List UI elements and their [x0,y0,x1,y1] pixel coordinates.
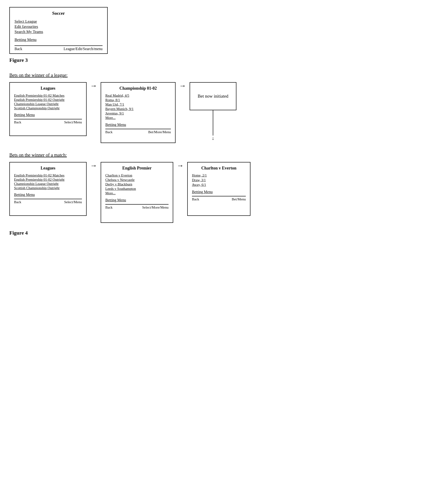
leagues-box1-title: Leagues [14,86,82,91]
juventus-link[interactable]: Juventus, 9/1 [105,111,171,115]
figure3-back[interactable]: Back [15,47,22,51]
championship-box: Championship 01-02 Real Madrid, 4/5 Roma… [101,82,175,143]
leagues-box1-divider [14,119,82,119]
leagues-box1-items: English Premiership 01-02 Matches Englis… [14,94,82,110]
english-box-footer-right: Select/More/Menu [142,205,169,209]
ep-matches-link1[interactable]: English Premiership 01-02 Matches [14,94,82,98]
section1-heading: Bets on the winner of a league: [9,73,432,78]
figure3-footer: Back League/Edit/Search/menu [15,47,103,51]
bayern-link[interactable]: Bayern Munich, 9/1 [105,107,171,111]
english-box-title: English Premier [105,166,169,171]
figure3-label: Figure 3 [9,57,28,63]
english-box-divider [105,204,169,205]
figure3-divider [15,46,103,46]
charlton-box-back[interactable]: Back [192,197,199,201]
figure3-menu: Select League Edit favourites Search My … [15,19,103,34]
charlton-everton-link[interactable]: Charlton v Everton [105,173,169,177]
vertical-down-arrow: ↓ [212,110,214,141]
ep-outright-link2[interactable]: English Premiership 01-02 Outright [14,178,82,182]
figure4-label: Figure 4 [9,230,432,236]
leagues-box2-title: Leagues [14,166,82,171]
leagues-box-1: Leagues English Premiership 01-02 Matche… [9,82,87,136]
bet-now-box: Bet now initiated [189,82,236,110]
champ-box-footer-right: Bet/More/Menu [148,130,171,134]
arrow-3: → [87,162,101,169]
charlton-box-footer: Back Bet/Menu [192,197,246,201]
charlton-box-betting-menu[interactable]: Betting Menu [192,190,246,194]
man-utd-link[interactable]: Man Utd, 7/1 [105,103,171,107]
charlton-box-divider [192,196,246,196]
cl-outright-link2[interactable]: Championship League Outright [14,182,82,186]
figure3-footer-right: League/Edit/Search/menu [64,47,103,51]
ep-matches-link2[interactable]: English Premiership 01-02 Matches [14,173,82,177]
select-league-link[interactable]: Select League [15,19,103,24]
sc-outright-link1[interactable]: Scottish Championship Outright [14,106,82,110]
charlton-box: Charlton v Everton Home, 2/1 Draw, 3/1 A… [187,162,251,216]
sc-outright-link2[interactable]: Scottish Championship Outright [14,186,82,190]
derby-blackburn-link[interactable]: Derby v Blackburn [105,182,169,186]
bet-now-and-arrow: Bet now initiated ↓ [189,82,236,141]
leagues-box1-betting-menu[interactable]: Betting Menu [14,113,82,117]
english-box-items: Charlton v Everton Chelsea v Newcastle D… [105,173,169,196]
leagues-box2-footer-right: Select/Menu [64,200,82,204]
roma-link[interactable]: Roma, 8/1 [105,98,171,102]
cl-outright-link1[interactable]: Championship League Outright [14,102,82,106]
leagues-box-2: Leagues English Premiership 01-02 Matche… [9,162,87,216]
english-box-betting-menu[interactable]: Betting Menu [105,198,169,202]
home-link[interactable]: Home, 2/1 [192,173,246,177]
real-madrid-link[interactable]: Real Madrid, 4/5 [105,94,171,98]
arrow-1: → [87,82,101,89]
english-box-footer: Back Select/More/Menu [105,205,169,209]
figure3-section: Soccer Select League Edit favourites Sea… [9,7,432,63]
champ-box-title: Championship 01-02 [105,86,171,91]
away-link[interactable]: Away, 6/1 [192,183,246,187]
figure3-title: Soccer [15,11,103,16]
figure4-section: Bets on the winner of a league: Leagues … [9,73,432,236]
champ-box-betting-menu[interactable]: Betting Menu [105,123,171,127]
figure3-screen: Soccer Select League Edit favourites Sea… [9,7,108,54]
section2-heading: Bets on the winner of a match: [9,152,432,158]
leeds-southampton-link[interactable]: Leeds v Southampton [105,187,169,191]
chelsea-newcastle-link[interactable]: Chelsea v Newcastle [105,178,169,182]
leagues-box2-divider [14,199,82,199]
champ-box-footer: Back Bet/More/Menu [105,130,171,134]
english-premier-box: English Premier Charlton v Everton Chels… [101,162,173,223]
ep-outright-link1[interactable]: English Premiership 01-02 Outright [14,98,82,102]
edit-favourites-link[interactable]: Edit favourites [15,24,103,29]
figure3-betting-menu[interactable]: Betting Menu [15,37,103,42]
leagues-box2-betting-menu[interactable]: Betting Menu [14,193,82,197]
flow-diagram-2: Leagues English Premiership 01-02 Matche… [9,162,432,223]
english-box-back[interactable]: Back [105,205,113,209]
leagues-box1-back[interactable]: Back [14,120,21,124]
leagues-box2-footer: Back Select/Menu [14,200,82,204]
leagues-box1-footer-right: Select/Menu [64,120,82,124]
leagues-box2-back[interactable]: Back [14,200,21,204]
leagues-box1-footer: Back Select/Menu [14,120,82,124]
champ-box-back[interactable]: Back [105,130,113,134]
more-link1[interactable]: More... [105,116,171,120]
champ-box-items: Real Madrid, 4/5 Roma, 8/1 Man Utd, 7/1 … [105,94,171,120]
champ-box-divider [105,129,171,129]
charlton-box-footer-right: Bet/Menu [232,197,246,201]
draw-link[interactable]: Draw, 3/1 [192,178,246,182]
flow-diagram-1: Leagues English Premiership 01-02 Matche… [9,82,432,143]
bet-now-text: Bet now initiated [198,94,228,99]
arrow-2: → [175,82,189,89]
search-my-teams-link[interactable]: Search My Teams [15,30,103,34]
arrow-4: → [173,162,187,169]
charlton-box-items: Home, 2/1 Draw, 3/1 Away, 6/1 [192,173,246,188]
charlton-box-title: Charlton v Everton [192,166,246,171]
leagues-box2-items: English Premiership 01-02 Matches Englis… [14,173,82,190]
more-link2[interactable]: More... [105,191,169,195]
